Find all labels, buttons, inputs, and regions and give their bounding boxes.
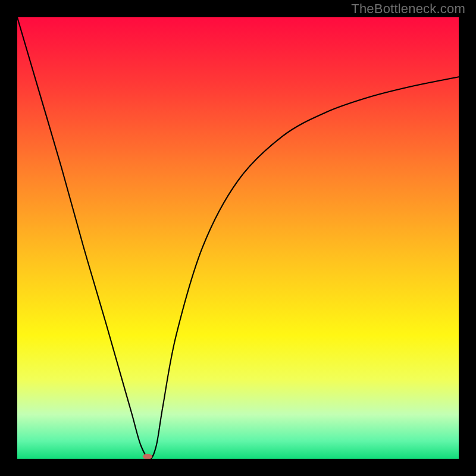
chart-svg [17, 17, 459, 459]
plot-area [17, 17, 459, 459]
chart-background [17, 17, 459, 459]
chart-frame: TheBottleneck.com [0, 0, 476, 476]
watermark-text: TheBottleneck.com [351, 1, 465, 17]
